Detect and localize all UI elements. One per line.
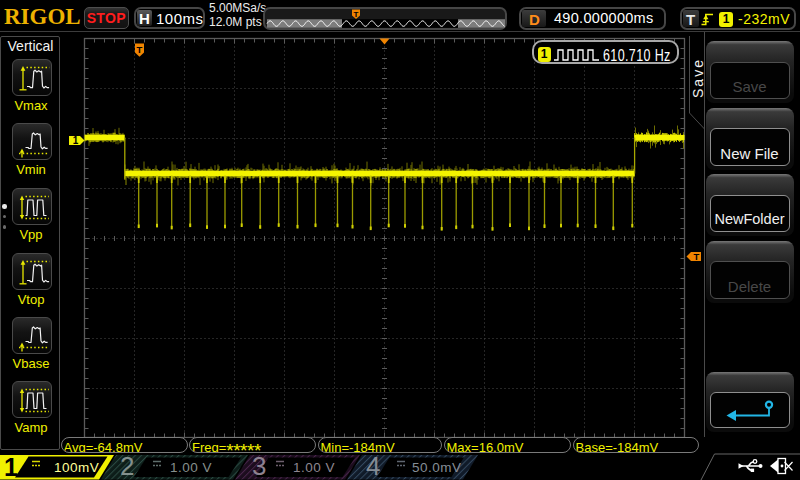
svg-text:1: 1 — [73, 135, 79, 146]
svg-text:2: 2 — [120, 453, 134, 480]
svg-text:100mV: 100mV — [54, 460, 99, 475]
svg-text:1: 1 — [4, 453, 18, 480]
svg-text:50.0mV: 50.0mV — [412, 460, 462, 475]
svg-text:1.00 V: 1.00 V — [170, 460, 212, 475]
svg-text:T: T — [137, 44, 143, 55]
svg-text:1.00 V: 1.00 V — [293, 460, 335, 475]
svg-text:T: T — [354, 10, 359, 19]
svg-text:3: 3 — [252, 453, 266, 480]
svg-text:4: 4 — [366, 453, 380, 480]
svg-text:T: T — [693, 251, 699, 262]
